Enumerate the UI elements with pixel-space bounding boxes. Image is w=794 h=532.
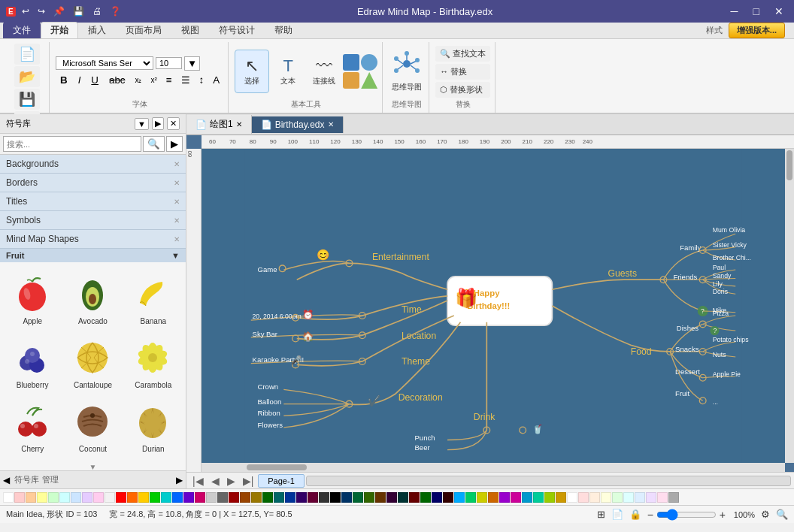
tab-insert[interactable]: 插入 [78,22,116,38]
font-size-list-button[interactable]: ▼ [184,56,200,71]
hscroll-thumb[interactable] [247,464,307,470]
text-tool-button[interactable]: T 文本 [271,50,305,93]
vscroll-thumb[interactable] [786,150,792,180]
font-color-button[interactable]: A [209,73,223,87]
status-icon-grid[interactable]: ⊞ [597,509,605,520]
color-swatch[interactable] [522,492,532,503]
color-swatch[interactable] [341,492,352,503]
status-icon-view[interactable]: 🔍 [776,509,788,520]
canvas-wrapper[interactable]: 6070809010011012013014015016017018019020… [186,135,794,472]
scroll-left-button[interactable]: ◀ [3,475,10,485]
color-swatch[interactable] [3,492,14,503]
panel-options-button[interactable]: ▼ [135,118,149,130]
color-swatch[interactable] [206,492,217,503]
font-size-input[interactable] [156,57,182,69]
strikethrough-button[interactable]: abc [105,73,130,87]
color-swatch[interactable] [635,492,645,503]
bold-button[interactable]: B [56,73,72,87]
redo-button[interactable]: ↪ [35,5,48,18]
zoom-in-button[interactable]: + [720,509,726,521]
page-nav-first[interactable]: |◀ [189,475,207,487]
color-swatch[interactable] [37,492,47,503]
tab-view[interactable]: 视图 [171,22,209,38]
color-swatch[interactable] [138,492,149,503]
shape-durian[interactable]: Durian [126,396,181,455]
upgrade-button[interactable]: 增强版本... [729,23,785,38]
shape-coconut[interactable]: Coconut [65,396,120,455]
minimize-button[interactable]: ─ [726,5,743,17]
color-swatch[interactable] [14,492,25,503]
save-file-button[interactable]: 💾 [14,89,40,110]
status-icon-settings[interactable]: ⚙ [761,509,770,520]
shape-apple[interactable]: Apple [5,268,60,328]
color-swatch[interactable] [544,492,555,503]
shape-avocado[interactable]: Avocado [65,268,120,328]
tab-file[interactable]: 文件 [3,22,41,38]
bottom-scrollbar[interactable] [202,463,785,472]
category-backgrounds[interactable]: Backgrounds ✕ [0,155,186,174]
category-borders[interactable]: Borders ✕ [0,174,186,192]
tab-drawing1[interactable]: 📄 绘图1 ✕ [186,115,252,134]
status-icon-lock[interactable]: 🔒 [629,509,641,520]
tab-home[interactable]: 开始 [41,22,78,38]
color-swatch[interactable] [308,492,318,503]
tab-birthday[interactable]: 📄 Birthday.edx ✕ [252,116,344,133]
shape-banana[interactable]: Banana [126,268,181,328]
shape2-button[interactable] [361,54,377,71]
select-tool-button[interactable]: ↖ 选择 [235,50,269,93]
tab-drawing1-close[interactable]: ✕ [236,120,242,128]
color-swatch[interactable] [229,492,239,503]
undo-button[interactable]: ↩ [19,5,32,18]
mindmap-svg[interactable]: Happy Birthday!!! 🎁 Entertainment Game 😊… [202,149,785,463]
tab-symbol[interactable]: 符号设计 [209,22,265,38]
color-swatch[interactable] [375,492,386,503]
canvas-content[interactable]: Happy Birthday!!! 🎁 Entertainment Game 😊… [202,149,785,463]
color-swatch[interactable] [657,492,668,503]
color-swatch[interactable] [398,492,408,503]
color-swatch[interactable] [589,492,600,503]
list-button[interactable]: ☰ [177,73,194,87]
color-swatch[interactable] [251,492,262,503]
panel-close-button[interactable]: ✕ [167,117,180,130]
open-file-button[interactable]: 📂 [14,66,40,87]
print-quick-button[interactable]: 🖨 [89,5,105,18]
shape1-button[interactable] [343,54,359,71]
subscript-button[interactable]: x₂ [131,74,145,86]
replace-shape-button[interactable]: ⬡ 替换形状 [435,82,490,98]
color-swatch[interactable] [409,492,420,503]
tab-help[interactable]: 帮助 [265,22,302,38]
color-swatch[interactable] [386,492,397,503]
color-swatch[interactable] [668,492,679,503]
category-mindmap[interactable]: Mind Map Shapes ✕ [0,230,186,249]
panel-tab-manage[interactable]: 管理 [42,474,59,485]
spacing-button[interactable]: ↕ [195,73,208,87]
fruit-section-header[interactable]: Fruit ▼ [0,249,186,262]
color-swatch[interactable] [578,492,589,503]
color-swatch[interactable] [240,492,250,503]
color-swatch[interactable] [319,492,329,503]
color-swatch[interactable] [612,492,623,503]
right-scrollbar[interactable] [785,149,794,463]
color-swatch[interactable] [601,492,611,503]
color-swatch[interactable] [59,492,70,503]
page-nav-last[interactable]: ▶| [240,475,257,487]
color-swatch[interactable] [454,492,465,503]
shape-cherry[interactable]: Cherry [5,396,60,455]
color-swatch[interactable] [150,492,160,503]
panel-add-button[interactable]: ▶ [152,117,164,130]
color-swatch[interactable] [262,492,273,503]
close-button[interactable]: ✕ [770,5,788,17]
horizontal-scrollbar[interactable] [306,476,791,486]
page-tab-1[interactable]: Page-1 [258,474,304,488]
color-swatch[interactable] [465,492,476,503]
color-swatch[interactable] [26,492,36,503]
color-swatch[interactable] [420,492,431,503]
save-quick-button[interactable]: 💾 [70,5,87,18]
scroll-right-button[interactable]: ▶ [176,475,183,485]
color-swatch[interactable] [274,492,284,503]
color-swatch[interactable] [533,492,544,503]
find-text-button[interactable]: 🔍 查找文本 [435,46,490,62]
color-swatch[interactable] [217,492,228,503]
superscript-button[interactable]: x² [147,74,160,86]
color-swatch[interactable] [183,492,194,503]
